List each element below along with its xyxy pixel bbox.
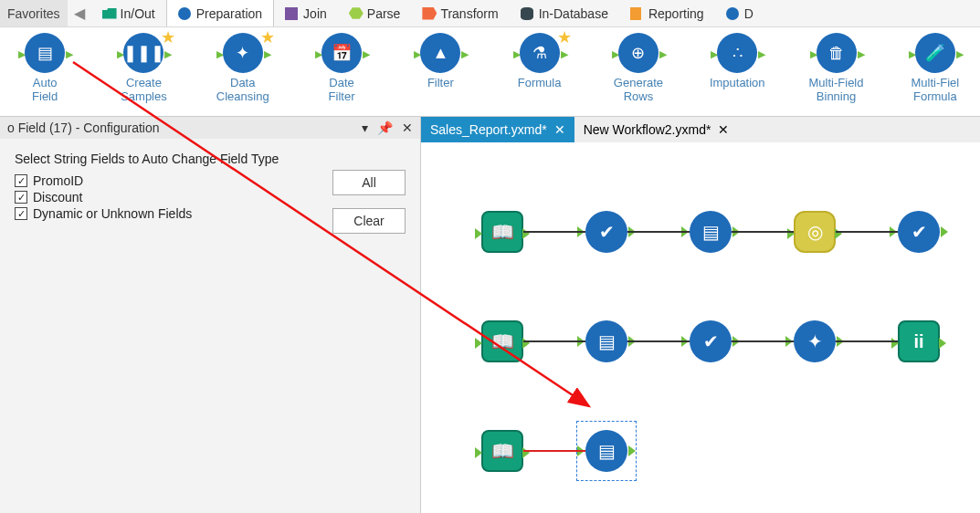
connector[interactable]	[732, 340, 794, 342]
tool-multi-fiel-formula[interactable]: ▶🧪▶Multi-FielFormula	[894, 33, 976, 116]
tool-imputation[interactable]: ▶∴▶Imputation	[696, 33, 778, 116]
tab-close-icon[interactable]: ✕	[718, 122, 729, 137]
clear-button[interactable]: Clear	[332, 208, 406, 234]
category-transform[interactable]: Transform	[411, 0, 509, 26]
category-reporting[interactable]: Reporting	[619, 0, 715, 26]
in-port[interactable]	[787, 228, 795, 239]
browse-node[interactable]: ii	[898, 320, 940, 362]
field-row-promoid[interactable]: ✓PromoID	[15, 173, 316, 188]
out-port-icon: ▶	[758, 48, 765, 60]
tool-icon: ▤	[25, 33, 65, 73]
tool-label: AutoField	[32, 77, 58, 104]
connector[interactable]	[627, 340, 690, 342]
out-port-icon: ▶	[363, 48, 370, 60]
out-port[interactable]	[835, 228, 842, 239]
checkbox-icon[interactable]: ✓	[15, 191, 27, 204]
scroll-left-icon[interactable]: ◀	[68, 0, 91, 26]
workflow-tab[interactable]: Sales_Report.yxmd*✕	[421, 117, 574, 142]
tool-create-samples[interactable]: ▶❚❚❚▶★CreateSamples	[102, 33, 184, 116]
tool-multi-field-binning[interactable]: ▶🗑▶Multi-FieldBinning	[795, 33, 877, 116]
preparation-node[interactable]: ▤	[585, 320, 627, 362]
connector[interactable]	[523, 340, 585, 342]
connector[interactable]	[836, 231, 898, 233]
tool-generate-rows[interactable]: ▶⊕▶GenerateRows	[597, 33, 680, 116]
category-label: In/Out	[121, 6, 155, 21]
category-d[interactable]: D	[715, 0, 764, 26]
tool-label: CreateSamples	[121, 77, 167, 104]
input-data-node[interactable]: 📖	[481, 430, 523, 472]
out-port-icon: ▶	[561, 48, 568, 60]
checkbox-icon[interactable]: ✓	[15, 174, 27, 187]
out-port-icon: ▶	[858, 48, 865, 60]
knob-node[interactable]: ◎	[794, 211, 836, 253]
input-data-node[interactable]: 📖	[481, 211, 523, 253]
field-row-discount[interactable]: ✓Discount	[15, 190, 316, 204]
config-pane: o Field (17) - Configuration ▾ 📌 ✕ Selec…	[0, 117, 420, 513]
pin-icon[interactable]: 📌	[377, 120, 393, 135]
transform-icon	[422, 7, 435, 20]
category-label: D	[744, 6, 753, 21]
category-join[interactable]: Join	[274, 0, 338, 26]
workflow-tab[interactable]: New Workflow2.yxmd*✕	[574, 117, 739, 142]
category-parse[interactable]: Parse	[338, 0, 412, 26]
connector[interactable]	[627, 231, 690, 233]
out-port-icon: ▶	[164, 48, 172, 60]
tool-data-cleansing[interactable]: ▶✦▶★DataCleansing	[202, 33, 284, 116]
tool-icon: ⊕	[618, 33, 659, 73]
tool-label: Formula	[518, 77, 562, 90]
out-port[interactable]	[522, 228, 530, 239]
in-port[interactable]	[475, 447, 482, 458]
workflow-canvas[interactable]: 📖✔▤◎✔📖▤✔✦ii📖▤	[421, 142, 980, 513]
tool-label: Filter	[427, 77, 454, 90]
in-port[interactable]	[475, 228, 482, 239]
out-port-icon: ▶	[461, 48, 469, 60]
input-data-node[interactable]: 📖	[481, 320, 523, 362]
favorites-tab[interactable]: Favorites	[0, 0, 68, 26]
category-in-out[interactable]: In/Out	[91, 0, 166, 26]
out-port[interactable]	[522, 338, 530, 349]
close-icon[interactable]: ✕	[402, 120, 413, 135]
category-label: In-Database	[539, 6, 608, 21]
tool-formula[interactable]: ▶⚗▶★Formula	[498, 33, 580, 116]
reporting-icon	[630, 7, 643, 20]
category-bar: Favorites ◀ In/OutPreparationJoinParseTr…	[0, 0, 980, 27]
connector[interactable]	[732, 231, 794, 233]
category-label: Join	[303, 6, 327, 21]
preparation-node[interactable]: ▤	[690, 211, 732, 253]
out-port-icon: ▶	[659, 48, 667, 60]
field-row-dynamic-or-unknown-fields[interactable]: ✓Dynamic or Unknown Fields	[15, 206, 316, 221]
field-list: Select String Fields to Auto Change Fiel…	[15, 152, 316, 500]
config-title-text: o Field (17) - Configuration	[7, 120, 160, 135]
category-in-database[interactable]: In-Database	[510, 0, 619, 26]
preparation-node[interactable]: ✔	[898, 211, 940, 253]
connector[interactable]	[523, 231, 585, 233]
preparation-icon	[178, 7, 191, 20]
tool-filter[interactable]: ▶▲▶Filter	[399, 33, 481, 116]
connector[interactable]	[836, 340, 898, 342]
in-port[interactable]	[475, 338, 482, 349]
all-button[interactable]: All	[332, 170, 406, 195]
out-port[interactable]	[522, 447, 530, 458]
field-label: Discount	[33, 190, 82, 204]
connector[interactable]	[523, 450, 585, 452]
out-port[interactable]	[939, 338, 946, 349]
favorite-star-icon: ★	[161, 27, 175, 47]
in-port[interactable]	[891, 338, 899, 349]
tool-icon: ✦	[223, 33, 263, 73]
d-icon	[726, 7, 739, 20]
tab-close-icon[interactable]: ✕	[554, 122, 565, 137]
join-icon	[285, 7, 298, 20]
category-label: Reporting	[648, 6, 704, 21]
tool-auto-field[interactable]: ▶▤▶AutoField	[4, 33, 86, 116]
tool-date-filter[interactable]: ▶📅▶DateFilter	[300, 33, 383, 116]
out-port[interactable]	[941, 226, 948, 237]
category-label: Transform	[440, 6, 498, 21]
dropdown-icon[interactable]: ▾	[362, 120, 368, 135]
preparation-node[interactable]: ✦	[794, 320, 836, 362]
tool-icon: 🗑	[817, 33, 857, 73]
preparation-node[interactable]: ✔	[690, 320, 732, 362]
preparation-node[interactable]: ✔	[585, 211, 627, 253]
checkbox-icon[interactable]: ✓	[15, 207, 27, 220]
category-preparation[interactable]: Preparation	[166, 0, 274, 26]
tool-icon: 🧪	[915, 33, 955, 73]
